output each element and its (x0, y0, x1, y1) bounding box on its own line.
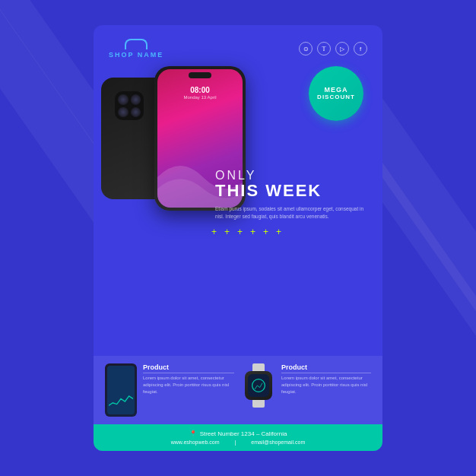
product-watch-image (242, 363, 275, 415)
watch-strap-bottom (252, 400, 265, 408)
phone-date: Monday 13 April (157, 95, 243, 100)
plus-3: + (237, 227, 243, 237)
instagram-icon[interactable]: ⊙ (299, 42, 313, 56)
product-1-info: Product Lorem ipsum dolor sit amet, cons… (143, 363, 234, 395)
products-section: Product Lorem ipsum dolor sit amet, cons… (94, 356, 382, 424)
twitter-icon[interactable]: 𝕋 (317, 42, 331, 56)
this-week-label: THIS WEEK (215, 182, 367, 199)
mini-chart (107, 386, 135, 414)
product-1-desc: Lorem ipsum dolor sit amet, consectetur … (143, 375, 234, 395)
poster-card: SHOP NAME ⊙ 𝕋 ▷ f MEGA DISCOUNT (94, 25, 382, 451)
camera-module (115, 91, 144, 120)
svg-point-0 (252, 379, 265, 392)
watch-strap-top (252, 363, 265, 371)
watch-screen (248, 374, 269, 397)
camera-lens-4 (131, 107, 141, 118)
shop-logo: SHOP NAME (109, 39, 163, 59)
location-icon: 📍 (189, 430, 197, 437)
watch-body (245, 371, 272, 400)
product-2-desc: Lorem ipsum dolor sit amet, consectetur … (281, 375, 371, 395)
website-link[interactable]: www.eshopweb.com (171, 440, 220, 445)
footer-links: www.eshopweb.com | email@shopemail.com (105, 440, 371, 445)
shop-logo-icon (125, 39, 148, 49)
watch-screen-svg (251, 378, 266, 393)
product-card-1: Product Lorem ipsum dolor sit amet, cons… (105, 363, 234, 417)
product-card-2: Product Lorem ipsum dolor sit amet, cons… (242, 363, 371, 417)
camera-lens-3 (118, 107, 129, 118)
email-link[interactable]: email@shopemail.com (251, 440, 305, 445)
social-icons-group: ⊙ 𝕋 ▷ f (299, 42, 367, 56)
footer-address: 📍 Street Number 1234 – California (105, 430, 371, 437)
chart-svg (109, 387, 133, 413)
hero-description: Etiam purus ipsum, sodales sit amet ulla… (215, 205, 367, 221)
facebook-icon[interactable]: f (354, 42, 367, 56)
plus-1: + (211, 227, 217, 237)
poster-header: SHOP NAME ⊙ 𝕋 ▷ f (94, 25, 382, 59)
plus-decorations: + + + + + + (94, 221, 382, 243)
camera-lens-2 (131, 94, 141, 105)
product-1-title: Product (143, 363, 234, 373)
hero-section: MEGA DISCOUNT 08: (94, 59, 382, 356)
youtube-icon[interactable]: ▷ (335, 42, 349, 56)
badge-line2: DISCOUNT (317, 94, 355, 101)
address-text: Street Number 1234 – California (200, 430, 287, 437)
footer-separator: | (235, 440, 236, 445)
poster-footer: 📍 Street Number 1234 – California www.es… (94, 424, 382, 451)
product-2-title: Product (281, 363, 371, 373)
plus-2: + (224, 227, 230, 237)
plus-6: + (276, 227, 281, 237)
badge-line1: MEGA (325, 86, 348, 94)
plus-4: + (250, 227, 255, 237)
phone-notch (189, 72, 211, 78)
phone-time: 08:00 (157, 86, 243, 94)
shop-name: SHOP NAME (109, 51, 163, 59)
camera-lens-1 (118, 94, 129, 105)
mini-phone-screen (107, 366, 135, 414)
plus-5: + (263, 227, 268, 237)
product-phone-image (105, 363, 137, 417)
background: SHOP NAME ⊙ 𝕋 ▷ f MEGA DISCOUNT (0, 0, 476, 476)
main-text-area: ONLY THIS WEEK Etiam purus ipsum, sodale… (94, 169, 382, 221)
product-2-info: Product Lorem ipsum dolor sit amet, cons… (281, 363, 371, 395)
mega-discount-badge: MEGA DISCOUNT (309, 66, 363, 121)
